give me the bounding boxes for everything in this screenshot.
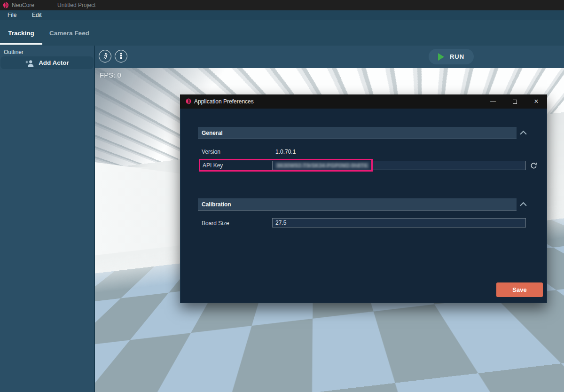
pose-tracking-person-icon[interactable]	[99, 50, 111, 63]
body-rig-person-icon[interactable]	[115, 50, 127, 63]
api-key-redacted-value: 8630W92-T9rSK34-PGP0M2-9h8T6	[275, 163, 369, 168]
dialog-titlebar[interactable]: Application Preferences — ×	[180, 94, 547, 109]
mannequin-person-glyph	[117, 52, 125, 60]
chevron-up-icon[interactable]	[520, 202, 527, 206]
dialog-body: General Version 1.0.70.1 8630W92-T9rSK34…	[180, 109, 547, 303]
add-actor-label: Add Actor	[39, 59, 69, 66]
app-name: NeoCore	[12, 2, 34, 8]
neocore-logo-icon	[2, 1, 9, 9]
version-value: 1.0.70.1	[275, 149, 296, 155]
dancing-person-glyph	[101, 52, 109, 60]
general-section-title: General	[202, 130, 223, 136]
minimize-button[interactable]: —	[482, 94, 504, 109]
fps-counter: FPS: 0	[100, 71, 121, 79]
board-size-label: Board Size	[202, 220, 229, 227]
api-key-input[interactable]: 8630W92-T9rSK34-PGP0M2-9h8T6	[272, 161, 526, 170]
tab-camera-feed-label: Camera Feed	[49, 30, 89, 37]
menu-item-file[interactable]: File	[8, 12, 16, 18]
menu-item-edit[interactable]: Edit	[32, 12, 42, 18]
api-key-label: API Key	[203, 162, 223, 169]
save-label: Save	[512, 286, 526, 293]
run-label: RUN	[450, 53, 464, 60]
window-titlebar[interactable]: NeoCore Untitled Project	[0, 0, 564, 10]
tab-tracking-label: Tracking	[8, 30, 34, 37]
application-preferences-dialog: Application Preferences — × General Vers…	[180, 94, 547, 303]
close-button[interactable]: ×	[525, 94, 547, 109]
maximize-icon	[513, 100, 517, 104]
add-actor-button[interactable]: Add Actor	[0, 56, 94, 69]
close-icon: ×	[534, 97, 538, 106]
calibration-section-title: Calibration	[202, 201, 231, 208]
app-window: NeoCore Untitled Project File Edit Track…	[0, 0, 564, 392]
chevron-up-icon[interactable]	[520, 131, 527, 135]
section-header-general[interactable]: General	[198, 127, 517, 139]
save-button[interactable]: Save	[496, 282, 543, 297]
refresh-api-key-button[interactable]	[529, 161, 538, 170]
neocore-logo-icon	[185, 98, 192, 105]
project-name: Untitled Project	[57, 2, 95, 8]
refresh-icon	[530, 162, 538, 170]
tab-bar: Tracking Camera Feed	[0, 20, 564, 46]
section-header-calibration[interactable]: Calibration	[198, 198, 517, 211]
tab-tracking[interactable]: Tracking	[0, 20, 42, 46]
person-plus-icon	[25, 59, 35, 67]
dialog-title: Application Preferences	[194, 98, 254, 105]
outliner-title: Outliner	[4, 49, 24, 55]
minimize-icon: —	[490, 98, 496, 105]
tab-camera-feed[interactable]: Camera Feed	[42, 20, 96, 46]
menu-bar: File Edit	[0, 10, 564, 20]
run-button[interactable]: RUN	[429, 49, 474, 64]
outliner-panel: Outliner Add Actor	[0, 46, 94, 392]
version-label: Version	[202, 149, 220, 155]
play-triangle-icon	[438, 53, 444, 61]
board-size-input[interactable]	[272, 218, 526, 227]
maximize-button[interactable]	[504, 94, 525, 109]
viewport-toolbar: RUN	[95, 46, 564, 68]
